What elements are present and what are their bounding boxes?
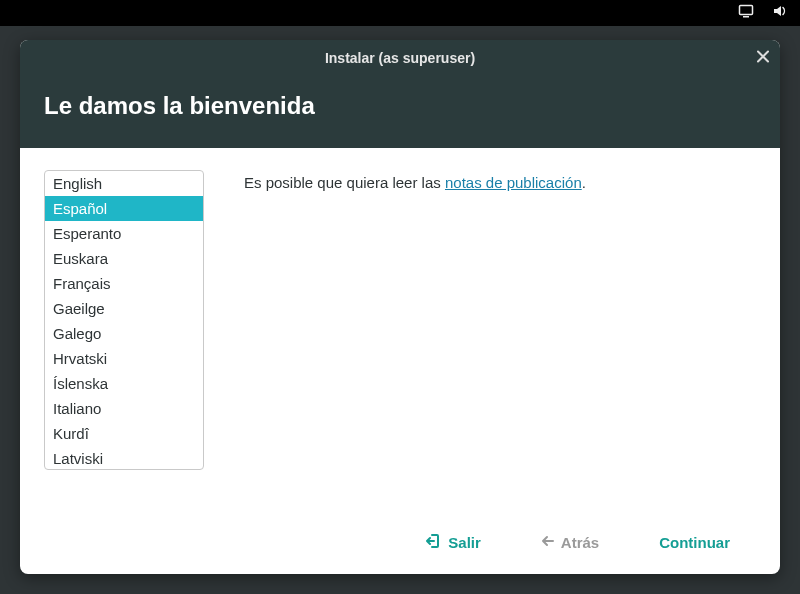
top-bar bbox=[0, 0, 800, 26]
quit-label: Salir bbox=[448, 534, 481, 551]
installer-window: Instalar (as superuser) Le damos la bien… bbox=[20, 40, 780, 574]
language-item[interactable]: Esperanto bbox=[45, 221, 203, 246]
release-notes-link[interactable]: notas de publicación bbox=[445, 174, 582, 191]
language-item[interactable]: Íslenska bbox=[45, 371, 203, 396]
window-title: Instalar (as superuser) bbox=[325, 50, 475, 66]
desktop: Instalar (as superuser) Le damos la bien… bbox=[0, 0, 800, 594]
language-item[interactable]: Hrvatski bbox=[45, 346, 203, 371]
text-suffix: . bbox=[582, 174, 586, 191]
page-header: Le damos la bienvenida bbox=[20, 76, 780, 148]
page-body: EnglishEspañolEsperantoEuskaraFrançaisGa… bbox=[20, 148, 780, 510]
display-icon[interactable] bbox=[738, 3, 754, 23]
quit-icon bbox=[426, 533, 442, 552]
svg-rect-1 bbox=[743, 16, 749, 18]
title-bar: Instalar (as superuser) bbox=[20, 40, 780, 76]
language-item[interactable]: English bbox=[45, 171, 203, 196]
language-item[interactable]: Gaeilge bbox=[45, 296, 203, 321]
language-item[interactable]: Italiano bbox=[45, 396, 203, 421]
continue-label: Continuar bbox=[659, 534, 730, 551]
text-prefix: Es posible que quiera leer las bbox=[244, 174, 445, 191]
svg-rect-0 bbox=[740, 6, 753, 15]
language-item[interactable]: Latviski bbox=[45, 446, 203, 470]
page-title: Le damos la bienvenida bbox=[44, 92, 756, 120]
language-item[interactable]: Euskara bbox=[45, 246, 203, 271]
release-notes-text: Es posible que quiera leer las notas de … bbox=[244, 174, 756, 191]
back-icon bbox=[541, 534, 555, 551]
back-label: Atrás bbox=[561, 534, 599, 551]
language-list[interactable]: EnglishEspañolEsperantoEuskaraFrançaisGa… bbox=[44, 170, 204, 470]
language-item[interactable]: Kurdî bbox=[45, 421, 203, 446]
footer: Salir Atrás Continuar bbox=[20, 510, 780, 574]
content-area: Es posible que quiera leer las notas de … bbox=[244, 170, 756, 502]
language-item[interactable]: Galego bbox=[45, 321, 203, 346]
back-button: Atrás bbox=[541, 534, 599, 551]
continue-button[interactable]: Continuar bbox=[659, 534, 730, 551]
close-button[interactable] bbox=[756, 50, 770, 67]
language-item[interactable]: Español bbox=[45, 196, 203, 221]
language-item[interactable]: Français bbox=[45, 271, 203, 296]
volume-icon[interactable] bbox=[772, 3, 788, 23]
quit-button[interactable]: Salir bbox=[426, 533, 481, 552]
